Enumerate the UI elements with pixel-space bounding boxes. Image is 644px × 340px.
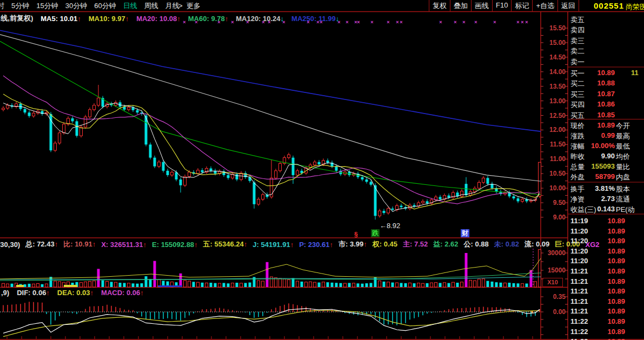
up-arrow-icon: ↑ [125,15,129,23]
ma-value: MA250: 11.99↓ [291,15,339,23]
period-tab-日线[interactable]: 日线 [123,1,137,11]
tick-time: 11:20 [570,247,588,255]
info-value: 10.89 [585,121,615,129]
toolbar-button-画线[interactable]: 画线 [472,0,493,11]
toolbar-button-叠加[interactable]: 叠加 [450,0,472,11]
info-value: 155093 [585,162,615,170]
svg-text:×: × [516,19,519,25]
ma-header-prefix: (日线,前复权) [0,14,33,23]
up-arrow-icon: ↑ [225,15,229,23]
info-label: 涨跌 [570,131,585,141]
tick-row: 11:2110.89 [568,277,644,287]
svg-text:×: × [454,19,456,25]
volume-indicator-value: P: 230.61↑ [299,241,333,249]
period-tab-5分钟[interactable]: 5分钟 [11,1,29,11]
finance-label-2: 流通 [616,195,630,204]
finance-label-2: PE(动 [616,205,635,215]
volume-header-prefix: (30,30) [0,241,20,249]
svg-text:×: × [370,19,373,25]
tick-row: 11:2210.89 [568,317,644,327]
period-tab-30分钟[interactable]: 30分钟 [65,1,87,11]
finance-row: 换手3.81%股本 [568,184,644,194]
macd-header-prefix: ,9) [1,289,9,297]
period-tabs: 分时5分钟15分钟30分钟60分钟日线周线月线更多 [0,0,201,12]
up-arrow-icon: ↑ [177,15,181,23]
quote-panel: 卖五卖四卖三卖二卖一买一10.8911买二10.88买三10.87买四10.86… [568,12,644,340]
svg-text:×: × [439,19,442,25]
toolbar-button-F10[interactable]: F10 [493,0,512,11]
info-value: 10.00% [585,142,615,150]
info-label-2: 最低 [616,142,630,151]
svg-text:×: × [474,19,477,25]
period-tab-15分钟[interactable]: 15分钟 [36,1,58,11]
tick-row: 11:2110.89 [568,267,644,277]
ask-row: 卖一 [568,57,644,67]
info-row: 外盘58799内盘 [568,172,644,182]
period-tab-60分钟[interactable]: 60分钟 [94,1,116,11]
up-arrow-icon: ↑ [244,240,248,248]
tick-row: 11:2110.89 [568,307,644,317]
svg-text:×: × [387,19,389,25]
bid-label: 买二 [570,79,585,89]
svg-text:×: × [525,19,528,25]
ask-label: 卖一 [570,57,585,67]
tick-time: 11:21 [570,267,588,275]
volume-indicator-value: 比: 10.91↑ [63,239,96,249]
toolbar-button-复权[interactable]: 复权 [429,0,450,11]
volume-header: (30,30) 总: 72.43↑比: 10.91↑X: 326511.31↑E… [0,239,600,249]
tick-time: 11:22 [570,317,588,325]
price-axis-label: 10.00 [543,184,566,192]
period-tab-分时[interactable]: 分时 [0,1,4,11]
ma-value: MA60: 9.78↑ [188,15,228,23]
tick-price: 10.89 [595,217,625,225]
ask-label: 卖三 [570,36,585,46]
up-arrow-icon: ↑ [194,241,198,249]
toolbar-buttons: 复权叠加画线F10标记+自选返回 [429,0,579,11]
toolbar: 分时5分钟15分钟30分钟60分钟日线周线月线更多 > 复权叠加画线F10标记+… [0,0,644,12]
price-axis-label: 14.00 [543,68,566,76]
up-arrow-icon: ↑ [363,240,367,248]
news-badge-finance[interactable]: 财 [461,229,469,237]
finance-row: 收益(三)0.143PE(动 [568,205,644,215]
bid-price: 10.85 [585,111,615,119]
toolbar-button-返回[interactable]: 返回 [558,0,579,11]
period-tab-月线[interactable]: 月线 [165,1,180,11]
tick-row: 11:2010.89 [568,247,644,257]
tick-price: 10.89 [595,297,625,305]
price-axis-label: 10.50 [543,170,566,177]
tick-time: 11:20 [570,237,588,245]
info-value: 58799 [585,172,615,181]
info-value: 9.90 [585,152,615,160]
up-arrow-icon: ↑ [330,241,334,249]
ask-row: 卖二 [568,46,644,56]
app-window: ××××××××××××××××××××××××××× 分时5分钟15分钟30分… [0,0,644,340]
chevron-right-icon[interactable]: > [178,2,183,10]
volume-indicator-value: 未: 0.82 [494,239,519,249]
tick-row: 11:2110.89 [568,297,644,307]
tick-price: 10.89 [595,267,625,275]
volume-indicator-value: E: 155092.88↑ [152,241,198,249]
tick-time: 11:23 [570,337,588,340]
toolbar-button-标记[interactable]: 标记 [512,0,533,11]
period-tab-更多[interactable]: 更多 [187,1,201,11]
info-label: 昨收 [570,152,585,162]
tick-row: 11:2310.89 [568,337,644,340]
macd-header: ,9) DIF: 0.06↑DEA: 0.03↑MACD: 0.06↑ [1,289,144,297]
info-label-2: 量比 [616,162,630,172]
bid-row: 买一10.8911 [568,69,644,78]
volume-axis-label: 30000 [543,249,566,257]
info-label-2: 最高 [616,131,630,141]
svg-text:×: × [357,19,360,25]
svg-text:×: × [521,19,523,25]
bid-label: 买五 [570,111,585,121]
tick-time: 11:21 [570,307,588,315]
stock-name: 尚荣医疗 [626,2,644,12]
info-label-2: 内盘 [616,172,630,182]
toolbar-button-+自选[interactable]: +自选 [533,0,558,11]
news-badge-fall[interactable]: 跌 [371,229,380,237]
period-tab-周线[interactable]: 周线 [144,1,158,11]
bid-label: 买三 [570,90,585,99]
up-arrow-icon: ↑ [77,15,81,23]
bid-label: 买一 [570,69,585,78]
bid-qty: 11 [631,69,639,77]
